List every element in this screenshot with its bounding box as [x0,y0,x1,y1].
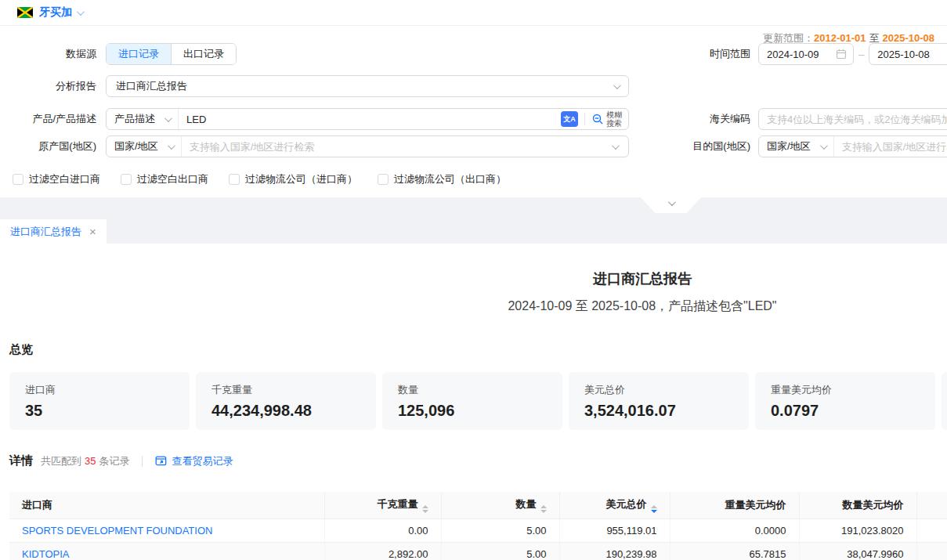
detail-table-wrap: 进口商千克重量数量美元总价重量美元均价数量美元均价 SPORTS DEVELOP… [9,492,947,560]
data-source-row: 数据源 进口记录 出口记录 [0,43,237,65]
checkbox-icon[interactable] [378,174,389,185]
sort-carets-icon[interactable] [651,505,657,513]
update-range-label: 更新范围： [763,32,814,44]
calendar-icon[interactable] [836,49,853,60]
destination-compound: 国家/地区 [758,135,947,157]
fuzzy-search-button[interactable]: 模糊 搜索 [591,110,628,128]
value-cell: 191,023.8020 [799,518,916,542]
overview-card: 千克重量44,234,998.48 [196,372,376,430]
sort-carets-icon[interactable] [422,505,428,513]
divider [142,456,143,467]
chevron-down-icon [820,142,828,150]
report-subtitle: 2024-10-09 至 2025-10-08，产品描述包含"LED" [0,298,947,315]
card-label: 进口商 [25,383,174,397]
chevron-down-icon[interactable] [77,8,85,16]
importer-cell[interactable]: KIDTOPIA [9,542,324,560]
checkbox-icon[interactable] [121,174,132,185]
column-label: 数量 [516,498,537,510]
filter-checkbox[interactable]: 过滤物流公司（出口商） [378,172,506,186]
value-cell: 190,239.98 [559,542,670,560]
collapse-panel-handle[interactable] [641,197,701,213]
value-cell: 2,892.00 [324,542,441,560]
checkbox-icon[interactable] [13,174,23,185]
product-row: 产品/产品描述 产品描述 文A 模糊 搜索 [0,108,629,130]
column-header: 重量美元均价 [670,492,799,518]
tab-export-records[interactable]: 出口记录 [171,44,236,64]
value-cell: 955,119.01 [559,518,670,542]
tab-importer-summary-report[interactable]: 进口商汇总报告 × [0,219,107,244]
product-type-select[interactable]: 产品描述 [107,109,179,129]
card-value: 125,096 [398,402,547,420]
column-label: 进口商 [22,499,52,511]
column-header[interactable]: 千克重量 [324,492,441,518]
detail-table: 进口商千克重量数量美元总价重量美元均价数量美元均价 SPORTS DEVELOP… [9,492,947,560]
close-icon[interactable]: × [89,226,96,237]
checkbox-label: 过滤物流公司（进口商） [245,172,357,186]
time-range-row: 时间范围 – [683,43,947,65]
importer-link[interactable]: KIDTOPIA [22,548,69,560]
destination-type-select[interactable]: 国家/地区 [759,136,834,157]
topbar: 牙买加 [0,0,947,26]
product-compound: 产品描述 文A 模糊 搜索 [106,108,629,130]
overview-card: 重量美元均价0.0797 [755,372,935,430]
translate-icon[interactable]: 文A [561,111,578,127]
column-header-empty [916,492,947,518]
report-select-label: 分析报告 [0,79,106,93]
destination-row: 目的国(地区) 国家/地区 [683,135,947,157]
origin-type-select[interactable]: 国家/地区 [107,136,182,157]
chevron-down-icon [613,81,621,89]
date-range-separator: – [858,49,864,60]
tab-import-records[interactable]: 进口记录 [107,44,171,64]
date-start-input[interactable] [759,44,836,64]
update-range-joiner: 至 [869,32,880,44]
filter-checkbox[interactable]: 过滤物流公司（进口商） [229,172,357,186]
time-range-label: 时间范围 [683,47,758,61]
hs-code-input[interactable] [759,109,947,129]
product-keyword-input[interactable] [179,109,561,129]
chevron-down-icon [612,142,620,150]
country-selector-label[interactable]: 牙买加 [39,5,72,20]
destination-label: 目的国(地区) [683,139,758,154]
table-row: SPORTS DEVELOPMENT FOUNDATION0.005.00955… [9,518,947,542]
hs-code-label: 海关编码 [683,112,758,126]
product-type-value: 产品描述 [114,112,155,126]
report-content: 进口商汇总报告 2024-10-09 至 2025-10-08，产品描述包含"L… [0,269,947,560]
date-end-box [869,43,947,65]
importer-link[interactable]: SPORTS DEVELOPMENT FOUNDATION [22,525,212,537]
origin-compound: 国家/地区 [106,135,629,157]
filter-checkbox[interactable]: 过滤空白进口商 [13,172,100,186]
view-trade-records-link[interactable]: 查看贸易记录 [155,454,233,468]
column-label: 数量美元均价 [843,499,904,511]
column-header[interactable]: 数量 [441,492,559,518]
overview-card-partial [942,372,947,430]
jamaica-flag-icon [17,7,33,18]
report-select-value: 进口商汇总报告 [116,79,187,93]
chevron-down-icon [168,142,175,150]
destination-type-value: 国家/地区 [767,139,811,154]
checkbox-label: 过滤物流公司（出口商） [394,172,506,186]
tab-label: 进口商汇总报告 [10,225,81,239]
date-start-box [758,43,854,65]
match-suffix: 条记录 [99,454,129,468]
sort-carets-icon[interactable] [540,505,547,513]
column-header: 数量美元均价 [799,492,916,518]
fuzzy-search-label: 模糊 搜索 [606,110,622,128]
checkbox-label: 过滤空白进口商 [29,172,100,186]
date-end-input[interactable] [869,44,947,64]
report-select[interactable]: 进口商汇总报告 [106,75,629,97]
column-label: 千克重量 [378,498,418,510]
update-range-end: 2025-10-08 [883,32,935,44]
table-row: KIDTOPIA2,892.005.00190,239.9865.781538,… [9,542,947,560]
table-body: SPORTS DEVELOPMENT FOUNDATION0.005.00955… [9,518,947,560]
filter-panel: 更新范围：2012-01-01至2025-10-08 数据源 进口记录 出口记录… [0,26,947,197]
importer-cell[interactable]: SPORTS DEVELOPMENT FOUNDATION [9,518,324,542]
column-header[interactable]: 美元总价 [559,492,670,518]
origin-search-input[interactable] [182,136,612,157]
hs-code-box [758,108,947,130]
checkbox-icon[interactable] [229,174,240,185]
card-label: 重量美元均价 [771,383,920,397]
destination-search-input[interactable] [834,136,947,157]
filter-checkbox[interactable]: 过滤空白出口商 [121,172,208,186]
overview-card: 数量125,096 [382,372,562,430]
origin-label: 原产国(地区) [0,139,106,154]
